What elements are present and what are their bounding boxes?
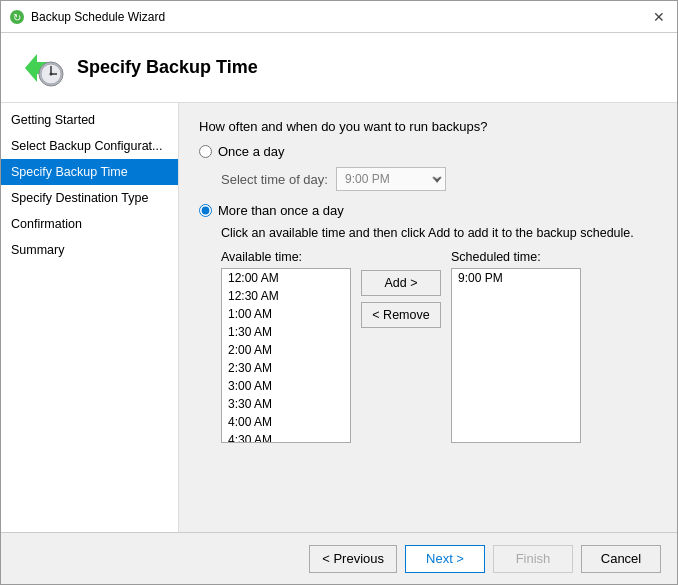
header-icon xyxy=(17,44,65,92)
footer: < Previous Next > Finish Cancel xyxy=(1,532,677,584)
svg-point-6 xyxy=(50,72,53,75)
list-item[interactable]: 1:30 AM xyxy=(222,323,350,341)
available-time-list[interactable]: 12:00 AM12:30 AM1:00 AM1:30 AM2:00 AM2:3… xyxy=(221,268,351,443)
header-title: Specify Backup Time xyxy=(77,57,258,78)
time-select-row: Select time of day: 9:00 PM ▾ xyxy=(221,167,657,191)
sidebar-item-confirmation[interactable]: Confirmation xyxy=(1,211,178,237)
more-than-once-radio[interactable] xyxy=(199,204,212,217)
sidebar-item-specify-destination[interactable]: Specify Destination Type xyxy=(1,185,178,211)
list-item[interactable]: 2:30 AM xyxy=(222,359,350,377)
list-item[interactable]: 9:00 PM xyxy=(452,269,580,287)
sidebar: Getting Started Select Backup Configurat… xyxy=(1,103,179,532)
sidebar-item-summary[interactable]: Summary xyxy=(1,237,178,263)
main-body: Getting Started Select Backup Configurat… xyxy=(1,103,677,532)
scheduled-label: Scheduled time: xyxy=(451,250,581,264)
sidebar-item-select-backup[interactable]: Select Backup Configurat... xyxy=(1,133,178,159)
header-icon-wrap xyxy=(17,44,65,92)
close-button[interactable]: ✕ xyxy=(649,10,669,24)
add-button[interactable]: Add > xyxy=(361,270,441,296)
cancel-button[interactable]: Cancel xyxy=(581,545,661,573)
previous-button[interactable]: < Previous xyxy=(309,545,397,573)
sidebar-item-getting-started[interactable]: Getting Started xyxy=(1,107,178,133)
more-than-once-label[interactable]: More than once a day xyxy=(218,203,344,218)
finish-button[interactable]: Finish xyxy=(493,545,573,573)
list-item[interactable]: 4:00 AM xyxy=(222,413,350,431)
select-time-label: Select time of day: xyxy=(221,172,328,187)
window-title: Backup Schedule Wizard xyxy=(31,10,165,24)
once-a-day-row: Once a day xyxy=(199,144,657,159)
remove-button[interactable]: < Remove xyxy=(361,302,441,328)
lists-container: Available time: 12:00 AM12:30 AM1:00 AM1… xyxy=(221,250,657,443)
list-item[interactable]: 3:30 AM xyxy=(222,395,350,413)
available-label: Available time: xyxy=(221,250,351,264)
scheduled-time-list[interactable]: 9:00 PM xyxy=(451,268,581,443)
wizard-title-icon: ↻ xyxy=(9,9,25,25)
svg-text:↻: ↻ xyxy=(13,12,21,23)
hint-text: Click an available time and then click A… xyxy=(221,226,657,240)
once-a-day-radio[interactable] xyxy=(199,145,212,158)
title-bar-left: ↻ Backup Schedule Wizard xyxy=(9,9,165,25)
available-list-col: Available time: 12:00 AM12:30 AM1:00 AM1… xyxy=(221,250,351,443)
more-than-section: More than once a day Click an available … xyxy=(199,203,657,443)
title-bar: ↻ Backup Schedule Wizard ✕ xyxy=(1,1,677,33)
list-item[interactable]: 2:00 AM xyxy=(222,341,350,359)
list-item[interactable]: 4:30 AM xyxy=(222,431,350,443)
list-item[interactable]: 12:00 AM xyxy=(222,269,350,287)
question-text: How often and when do you want to run ba… xyxy=(199,119,657,134)
more-than-once-row: More than once a day xyxy=(199,203,657,218)
list-item[interactable]: 1:00 AM xyxy=(222,305,350,323)
list-item[interactable]: 12:30 AM xyxy=(222,287,350,305)
scheduled-list-col: Scheduled time: 9:00 PM xyxy=(451,250,581,443)
once-a-day-label[interactable]: Once a day xyxy=(218,144,285,159)
next-button[interactable]: Next > xyxy=(405,545,485,573)
header-area: Specify Backup Time xyxy=(1,33,677,103)
sidebar-item-specify-backup-time[interactable]: Specify Backup Time xyxy=(1,159,178,185)
content-area: How often and when do you want to run ba… xyxy=(179,103,677,532)
add-remove-buttons-col: Add > < Remove xyxy=(361,270,441,328)
list-item[interactable]: 3:00 AM xyxy=(222,377,350,395)
time-of-day-select[interactable]: 9:00 PM xyxy=(336,167,446,191)
wizard-window: ↻ Backup Schedule Wizard ✕ Specify Backu… xyxy=(0,0,678,585)
